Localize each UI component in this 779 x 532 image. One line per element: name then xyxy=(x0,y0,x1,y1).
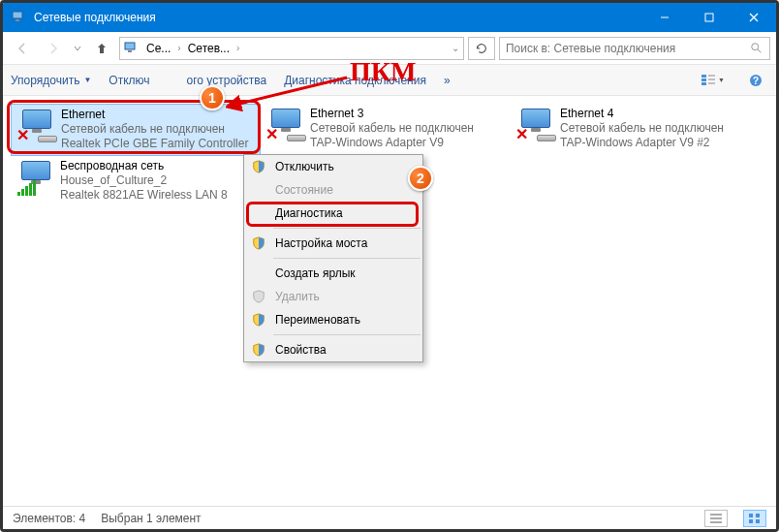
view-tiles-button[interactable] xyxy=(743,510,766,527)
connection-status: Сетевой кабель не подключен xyxy=(61,122,257,137)
svg-rect-12 xyxy=(701,82,706,85)
shield-icon xyxy=(252,313,265,327)
connection-status: Сетевой кабель не подключен xyxy=(310,121,508,136)
view-options-button[interactable]: ▼ xyxy=(701,70,726,91)
shield-icon xyxy=(252,290,265,303)
refresh-button[interactable] xyxy=(468,37,495,60)
shield-icon xyxy=(252,236,265,250)
menu-item-delete: Удалить xyxy=(244,285,422,308)
svg-text:?: ? xyxy=(753,76,759,86)
recent-dropdown[interactable] xyxy=(71,36,84,61)
connection-item-ethernet3[interactable]: ✕ Ethernet 3 Сетевой кабель не подключен… xyxy=(261,104,511,156)
connection-icon xyxy=(14,159,60,205)
connection-item-ethernet4[interactable]: ✕ Ethernet 4 Сетевой кабель не подключен… xyxy=(511,104,761,156)
svg-rect-25 xyxy=(756,519,760,523)
titlebar: Сетевые подключения xyxy=(3,3,776,32)
status-item-count: Элементов: 4 xyxy=(13,512,85,525)
svg-rect-6 xyxy=(125,43,135,49)
menu-separator xyxy=(273,228,421,229)
breadcrumb-seg2[interactable]: Сетев... xyxy=(185,42,233,55)
shield-icon xyxy=(252,343,265,357)
connection-status: House_of_Culture_2 xyxy=(60,173,258,188)
error-x-icon: ✕ xyxy=(265,125,278,143)
menu-item-diagnose[interactable]: Диагностика xyxy=(244,202,422,225)
minimize-button[interactable] xyxy=(642,3,687,32)
shield-icon xyxy=(252,160,265,173)
menu-item-properties[interactable]: Свойства xyxy=(244,338,422,361)
connection-item-ethernet[interactable]: ✕ Ethernet Сетевой кабель не подключен R… xyxy=(11,104,261,156)
connection-adapter: Realtek PCIe GBE Family Controller xyxy=(61,137,257,151)
svg-rect-23 xyxy=(756,514,760,517)
back-button[interactable] xyxy=(9,36,36,61)
disable-device-button[interactable]: Отключ xxxxx ого устройства xyxy=(109,74,266,87)
error-x-icon: ✕ xyxy=(16,126,29,144)
breadcrumb-seg1[interactable]: Се... xyxy=(143,42,173,55)
chevron-right-icon: › xyxy=(236,43,239,53)
search-box[interactable] xyxy=(499,37,770,60)
toolbar-overflow[interactable]: » xyxy=(444,74,451,87)
svg-rect-1 xyxy=(16,19,19,21)
svg-rect-7 xyxy=(128,50,132,52)
status-selected: Выбран 1 элемент xyxy=(101,512,201,525)
annotation-badge-1: 1 xyxy=(200,85,225,110)
window-title: Сетевые подключения xyxy=(34,11,642,24)
chevron-down-icon[interactable]: ⌄ xyxy=(452,43,459,53)
connection-name: Беспроводная сеть xyxy=(60,159,258,173)
connection-icon: ✕ xyxy=(15,108,61,152)
chevron-down-icon: ▼ xyxy=(718,77,725,83)
up-button[interactable] xyxy=(88,36,115,61)
menu-item-rename[interactable]: Переименовать xyxy=(244,308,422,331)
menu-item-shortcut[interactable]: Создать ярлык xyxy=(244,262,422,285)
menu-item-status: Состояние xyxy=(244,178,422,202)
content-area[interactable]: ✕ Ethernet Сетевой кабель не подключен R… xyxy=(3,96,776,503)
help-button[interactable]: ? xyxy=(743,70,768,91)
connection-name: Ethernet 4 xyxy=(560,107,758,121)
connection-icon: ✕ xyxy=(514,107,560,153)
network-icon xyxy=(124,41,140,56)
error-x-icon: ✕ xyxy=(515,125,528,143)
connection-name: Ethernet xyxy=(61,108,257,122)
connection-adapter: Realtek 8821AE Wireless LAN 8 xyxy=(60,188,258,203)
context-menu: Отключить Состояние Диагностика Настройк… xyxy=(243,154,423,362)
annotation-badge-2: 2 xyxy=(408,166,433,191)
search-input[interactable] xyxy=(506,42,744,55)
menu-separator xyxy=(273,334,421,335)
wifi-signal-icon xyxy=(17,180,36,196)
connection-name: Ethernet 3 xyxy=(310,107,508,121)
close-button[interactable] xyxy=(732,3,776,32)
status-bar: Элементов: 4 Выбран 1 элемент xyxy=(3,506,776,529)
svg-rect-10 xyxy=(701,75,706,78)
annotation-rmb-label: ПКМ xyxy=(350,56,417,87)
chevron-right-icon: › xyxy=(177,43,180,53)
window-icon xyxy=(11,9,28,26)
chevron-down-icon: ▼ xyxy=(83,76,91,84)
menu-separator xyxy=(273,258,421,259)
connection-item-wifi[interactable]: Беспроводная сеть House_of_Culture_2 Rea… xyxy=(11,156,261,208)
svg-rect-3 xyxy=(705,14,713,21)
organize-menu[interactable]: Упорядочить ▼ xyxy=(11,74,91,87)
connection-adapter: TAP-Windows Adapter V9 xyxy=(310,136,508,150)
view-details-button[interactable] xyxy=(704,510,728,527)
forward-button[interactable] xyxy=(40,36,67,61)
maximize-button[interactable] xyxy=(687,3,732,32)
menu-item-disable[interactable]: Отключить xyxy=(244,155,422,178)
svg-rect-22 xyxy=(749,514,753,517)
connection-status: Сетевой кабель не подключен xyxy=(560,121,758,136)
connection-icon: ✕ xyxy=(264,107,310,153)
connection-adapter: TAP-Windows Adapter V9 #2 xyxy=(560,136,758,150)
svg-rect-11 xyxy=(701,78,706,81)
svg-point-8 xyxy=(752,43,759,49)
svg-line-9 xyxy=(758,48,762,52)
menu-item-bridge[interactable]: Настройка моста xyxy=(244,232,422,255)
search-icon xyxy=(750,42,763,55)
svg-rect-24 xyxy=(749,519,753,523)
svg-rect-0 xyxy=(13,12,22,18)
